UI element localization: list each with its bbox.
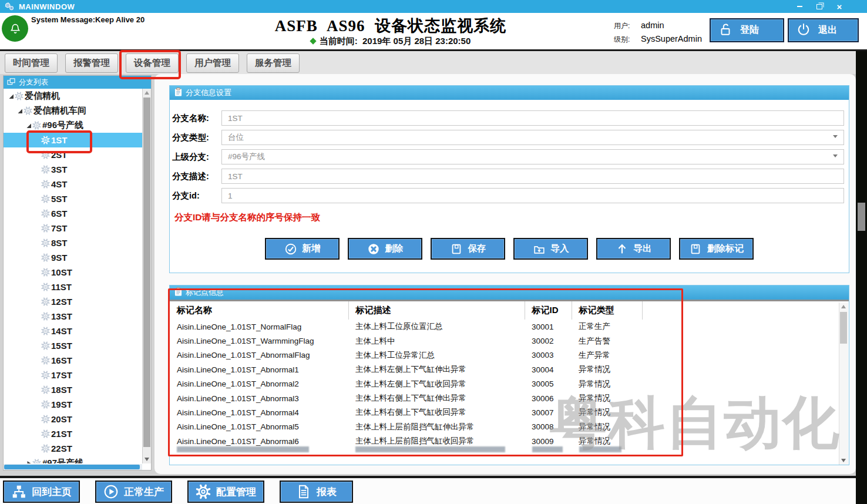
windows-icon xyxy=(7,78,15,87)
logout-button[interactable]: 退出 xyxy=(788,18,859,42)
tree-item-22st[interactable]: 22ST xyxy=(4,441,142,456)
tree-item-label: 6ST xyxy=(51,209,68,219)
import-button[interactable]: 导入 xyxy=(513,238,588,260)
report-button[interactable]: 报表 xyxy=(280,481,353,503)
expander-expanded-icon[interactable] xyxy=(7,93,15,99)
home-button[interactable]: 回到主页 xyxy=(3,481,80,503)
tree-item-4st[interactable]: 4ST xyxy=(4,177,142,191)
gear-icon xyxy=(41,180,50,189)
tree-item-line-97[interactable]: #97号产线 xyxy=(4,456,142,463)
scroll-up-icon[interactable] xyxy=(144,91,149,95)
branch-id-input[interactable]: 1 xyxy=(221,188,844,203)
tree-item-2st[interactable]: 2ST xyxy=(4,147,142,162)
table-row[interactable]: Aisin.LineOne_1.01ST_Abnormal1主体上料左侧上下气缸… xyxy=(170,362,838,377)
table-row[interactable]: Aisin.LineOne_1.01ST_NormalFlag主体上料工位原位置… xyxy=(170,320,838,334)
tree-item-label: #96号产线 xyxy=(42,120,83,131)
restore-icon[interactable] xyxy=(815,2,824,11)
save-button[interactable]: 保存 xyxy=(431,238,505,260)
scroll-up-icon[interactable] xyxy=(841,305,846,308)
table-row[interactable]: Aisin.LineOne_1.01ST_Abnormal3主体上料右侧上下气缸… xyxy=(170,391,838,405)
minimize-icon[interactable] xyxy=(795,2,804,11)
tree-item-18st[interactable]: 18ST xyxy=(4,382,142,397)
tree-scrollbar xyxy=(142,89,151,463)
add-button[interactable]: 新增 xyxy=(265,238,340,260)
tree-item-8st[interactable]: 8ST xyxy=(4,236,142,250)
tree-item-17st[interactable]: 17ST xyxy=(4,368,142,382)
tree-item-aixin-shop[interactable]: 爱信精机车间 xyxy=(4,103,142,118)
gear-icon xyxy=(41,283,50,291)
tab-alarm[interactable]: 报警管理 xyxy=(65,53,118,73)
tree-item-1st[interactable]: 1ST xyxy=(4,133,142,147)
notification-bell-icon[interactable] xyxy=(2,15,28,42)
tree-item-label: 20ST xyxy=(51,414,72,424)
tree-item-3st[interactable]: 3ST xyxy=(4,162,142,177)
tree-item-label: #97号产线 xyxy=(42,458,83,463)
gear-icon xyxy=(41,136,50,145)
table-row[interactable]: Aisin.LineOne_1.01ST_WarmmingFlag主体上料中30… xyxy=(170,334,838,348)
expander-expanded-icon[interactable] xyxy=(25,123,32,129)
tree-item-label: 5ST xyxy=(51,194,68,204)
gear-icon xyxy=(32,459,41,463)
tree-item-10st[interactable]: 10ST xyxy=(4,265,142,280)
tree-item-21st[interactable]: 21ST xyxy=(4,426,142,441)
table-row[interactable]: Aisin.LineOne_1.01ST_Abnormal2主体上料左侧上下气缸… xyxy=(170,377,838,391)
branch-type-label: 分支类型: xyxy=(172,132,221,143)
tab-device[interactable]: 设备管理 xyxy=(126,53,179,73)
hscroll-thumb[interactable] xyxy=(4,465,140,469)
close-icon[interactable]: × xyxy=(835,2,844,11)
tree-item-11st[interactable]: 11ST xyxy=(4,280,142,294)
tree-item-15st[interactable]: 15ST xyxy=(4,338,142,353)
gear-icon xyxy=(41,400,50,409)
delete-mark-button[interactable]: 删除标记 xyxy=(679,238,754,260)
tab-service[interactable]: 服务管理 xyxy=(247,53,300,73)
tree-item-label: 11ST xyxy=(51,282,72,292)
tab-time[interactable]: 时间管理 xyxy=(5,53,58,73)
tree-item-9st[interactable]: 9ST xyxy=(4,250,142,265)
tree-item-16st[interactable]: 16ST xyxy=(4,353,142,368)
config-button[interactable]: 配置管理 xyxy=(187,481,264,503)
delete-button[interactable]: 删除 xyxy=(348,238,422,260)
branch-id-value: 1 xyxy=(228,191,233,200)
branch-desc-input[interactable]: 1ST xyxy=(221,169,844,184)
tree-item-line-96[interactable]: #96号产线 xyxy=(4,118,142,133)
parent-branch-select[interactable]: #96号产线 xyxy=(221,149,844,164)
scroll-thumb[interactable] xyxy=(840,312,847,344)
branch-type-select[interactable]: 台位 xyxy=(221,130,844,145)
tree-item-aixin[interactable]: 爱信精机 xyxy=(4,89,142,103)
scroll-down-icon[interactable] xyxy=(144,458,149,461)
normal-production-button[interactable]: 正常生产 xyxy=(95,481,172,503)
button-label: 导出 xyxy=(634,243,652,255)
tree-item-14st[interactable]: 14ST xyxy=(4,324,142,338)
power-icon xyxy=(796,22,811,39)
scroll-down-icon[interactable] xyxy=(841,459,846,462)
tree-item-12st[interactable]: 12ST xyxy=(4,294,142,309)
tab-user[interactable]: 用户管理 xyxy=(186,53,239,73)
table-row[interactable]: Aisin.LineOne_1.01ST_AbnormalFlag主体上料工位异… xyxy=(170,348,838,362)
field-row-branch-name: 分支名称:1ST xyxy=(172,110,844,126)
tree-item-19st[interactable]: 19ST xyxy=(4,397,142,412)
open-padlock-icon xyxy=(718,22,733,39)
tree-item-13st[interactable]: 13ST xyxy=(4,309,142,324)
scroll-thumb[interactable] xyxy=(143,98,150,447)
branch-info-panel: 分支信息设置 分支名称:1ST分支类型:台位上级分支:#96号产线分支描述:1S… xyxy=(169,85,849,273)
button-label: 报表 xyxy=(317,485,337,499)
tree-item-5st[interactable]: 5ST xyxy=(4,191,142,206)
content-area: 分支信息设置 分支名称:1ST分支类型:台位上级分支:#96号产线分支描述:1S… xyxy=(154,74,856,474)
branch-name-label: 分支名称: xyxy=(172,113,221,124)
table-row[interactable]: Aisin.LineOne_1.01ST_Abnormal5主体上料上层前阻挡气… xyxy=(170,420,838,434)
branch-name-input[interactable]: 1ST xyxy=(221,110,844,126)
window-controls: × xyxy=(795,0,844,13)
table-row[interactable]: Aisin.LineOne_1.01ST_Abnormal4主体上料右侧上下气缸… xyxy=(170,405,838,419)
expander-collapsed-icon[interactable] xyxy=(25,461,32,464)
clipped-row xyxy=(170,445,849,453)
tree-item-7st[interactable]: 7ST xyxy=(4,221,142,236)
mark-points-panel-header: 标记点信息 xyxy=(170,285,849,300)
expander-expanded-icon[interactable] xyxy=(16,108,23,114)
button-label: 配置管理 xyxy=(216,485,256,499)
login-button[interactable]: 登陆 xyxy=(710,18,784,42)
edge-scroll-thumb[interactable] xyxy=(858,203,865,231)
tree-item-6st[interactable]: 6ST xyxy=(4,206,142,221)
tree-item-label: 22ST xyxy=(51,443,72,453)
export-button[interactable]: 导出 xyxy=(596,238,671,260)
tree-item-20st[interactable]: 20ST xyxy=(4,412,142,426)
